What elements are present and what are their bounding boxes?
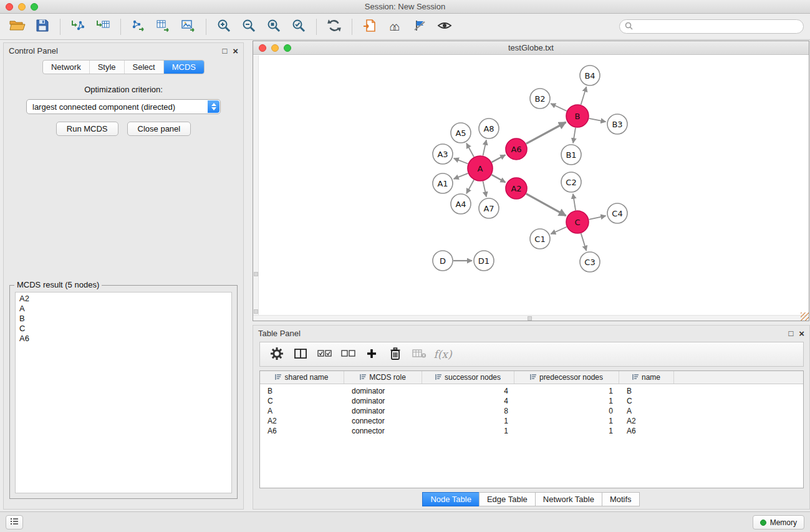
zoom-out-button[interactable] xyxy=(236,16,261,37)
function-builder-button[interactable]: f(x) xyxy=(431,344,455,364)
graph-edge-A-A1[interactable] xyxy=(454,173,468,179)
graph-edge-B-B3[interactable] xyxy=(589,118,606,122)
graph-edge-C-C4[interactable] xyxy=(589,216,606,220)
main-toolbar: ⌂⌂ xyxy=(0,14,810,40)
tab-select[interactable]: Select xyxy=(125,60,164,74)
table-settings-button[interactable] xyxy=(265,344,289,364)
tab-edge-table[interactable]: Edge Table xyxy=(479,492,536,506)
table-cell: dominator xyxy=(344,396,422,406)
graph-edge-A-A4[interactable] xyxy=(466,180,474,193)
search-input[interactable] xyxy=(636,22,798,31)
graph-edge-C-C1[interactable] xyxy=(551,227,566,234)
graph-edge-A-A7[interactable] xyxy=(483,181,486,197)
vertical-scrollbar[interactable] xyxy=(253,56,259,321)
export-table-button[interactable] xyxy=(151,16,176,37)
zoom-selected-button[interactable] xyxy=(286,16,311,37)
graph-edge-A-A6[interactable] xyxy=(492,155,506,162)
graph-node-label: A8 xyxy=(483,124,494,133)
table-toolbar: f(x) xyxy=(259,342,804,367)
scrollbar-mark[interactable] xyxy=(254,309,258,314)
graph-node-label: B3 xyxy=(612,120,622,129)
memory-button[interactable]: Memory xyxy=(753,515,804,530)
delete-table-button[interactable] xyxy=(407,344,431,364)
column-header-label: shared name xyxy=(284,373,328,382)
zoom-in-button[interactable] xyxy=(211,16,236,37)
column-header-name[interactable]: name xyxy=(619,371,674,384)
float-table-panel-icon[interactable]: □ xyxy=(788,329,793,337)
horizontal-scrollbar[interactable] xyxy=(253,315,809,321)
import-document-button[interactable] xyxy=(357,16,382,37)
graph-edge-C-C3[interactable] xyxy=(581,233,587,251)
float-panel-icon[interactable]: □ xyxy=(222,47,227,55)
close-panel-icon[interactable]: × xyxy=(233,46,238,56)
save-session-button[interactable] xyxy=(30,16,55,37)
table-row[interactable]: Cdominator41C xyxy=(260,396,803,406)
zoom-fit-button[interactable] xyxy=(261,16,286,37)
open-session-button[interactable] xyxy=(5,16,30,37)
table-row[interactable]: A2connector11A2 xyxy=(260,416,803,426)
graph-edge-B-B1[interactable] xyxy=(573,128,576,143)
mcds-result-item[interactable]: C xyxy=(19,324,228,334)
graph-edge-A-A3[interactable] xyxy=(454,158,468,164)
close-panel-button[interactable]: Close panel xyxy=(127,122,191,136)
table-row[interactable]: A6connector11A6 xyxy=(260,426,803,436)
network-canvas[interactable]: A5A8A3A1A4A7AA6A2BB1B2B3B4CC1C2C3C4DD1 xyxy=(253,56,809,321)
tab-node-table[interactable]: Node Table xyxy=(422,492,480,506)
scrollbar-mark[interactable] xyxy=(528,316,532,321)
scrollbar-mark[interactable] xyxy=(254,272,258,276)
graph-node-label: B1 xyxy=(566,150,576,160)
graph-edge-B-B4[interactable] xyxy=(581,87,587,105)
table-row[interactable]: Bdominator41B xyxy=(260,386,803,396)
tab-network-table[interactable]: Network Table xyxy=(535,492,602,506)
mcds-result-item[interactable]: A xyxy=(19,304,228,314)
sort-icon xyxy=(530,373,536,382)
graph-edge-A6-B[interactable] xyxy=(526,122,566,143)
column-header-shared-name[interactable]: shared name xyxy=(260,371,344,384)
flag-toggle-button[interactable] xyxy=(407,16,432,37)
home-button[interactable]: ⌂⌂ xyxy=(382,16,407,37)
mcds-result-list[interactable]: A2ABCA6 xyxy=(15,292,232,493)
graph-edge-B-B2[interactable] xyxy=(551,104,567,111)
task-history-button[interactable] xyxy=(6,515,23,530)
graph-edge-A2-C[interactable] xyxy=(526,194,566,216)
mcds-result-item[interactable]: B xyxy=(19,314,228,324)
network-graph[interactable]: A5A8A3A1A4A7AA6A2BB1B2B3B4CC1C2C3C4DD1 xyxy=(253,56,809,321)
mcds-result-item[interactable]: A2 xyxy=(19,294,228,304)
export-image-button[interactable] xyxy=(176,16,201,37)
criterion-dropdown[interactable]: largest connected component (directed) xyxy=(26,99,221,114)
table-cell: A6 xyxy=(619,426,674,436)
tab-mcds[interactable]: MCDS xyxy=(164,60,204,74)
import-table-button[interactable] xyxy=(90,16,115,37)
apply-layout-button[interactable] xyxy=(322,16,347,37)
tab-motifs[interactable]: Motifs xyxy=(602,492,640,506)
graph-node-label: A xyxy=(478,164,483,173)
graph-node-label: B xyxy=(575,112,581,121)
eye-icon xyxy=(437,21,452,32)
tab-style[interactable]: Style xyxy=(90,60,125,74)
select-all-button[interactable] xyxy=(312,344,336,364)
import-network-button[interactable] xyxy=(65,16,90,37)
network-window-titlebar: testGlobe.txt xyxy=(253,41,809,55)
graph-edge-A-A2[interactable] xyxy=(491,175,505,182)
deselect-all-button[interactable] xyxy=(336,344,360,364)
resize-grip[interactable] xyxy=(801,312,809,321)
table-row[interactable]: Adominator80A xyxy=(260,406,803,416)
graph-edge-A-A5[interactable] xyxy=(466,143,474,157)
column-header-successor-nodes[interactable]: successor nodes xyxy=(422,371,514,384)
close-table-panel-icon[interactable]: × xyxy=(799,329,804,338)
zoom-in-icon xyxy=(216,18,231,35)
tab-network[interactable]: Network xyxy=(43,60,90,74)
column-header-predecessor-nodes[interactable]: predecessor nodes xyxy=(514,371,619,384)
eye-toggle-button[interactable] xyxy=(432,16,457,37)
run-mcds-button[interactable]: Run MCDS xyxy=(56,122,118,136)
show-columns-button[interactable] xyxy=(289,344,312,364)
column-header-MCDS-role[interactable]: MCDS role xyxy=(344,371,422,384)
graph-edge-C-C2[interactable] xyxy=(573,194,576,210)
search-icon xyxy=(625,21,633,32)
export-network-button[interactable] xyxy=(126,16,151,37)
delete-column-button[interactable] xyxy=(383,344,407,364)
add-column-button[interactable] xyxy=(360,344,383,364)
mcds-result-item[interactable]: A6 xyxy=(19,334,228,344)
graph-edge-A-A8[interactable] xyxy=(483,140,486,156)
table-panel-title: Table Panel xyxy=(258,329,783,338)
